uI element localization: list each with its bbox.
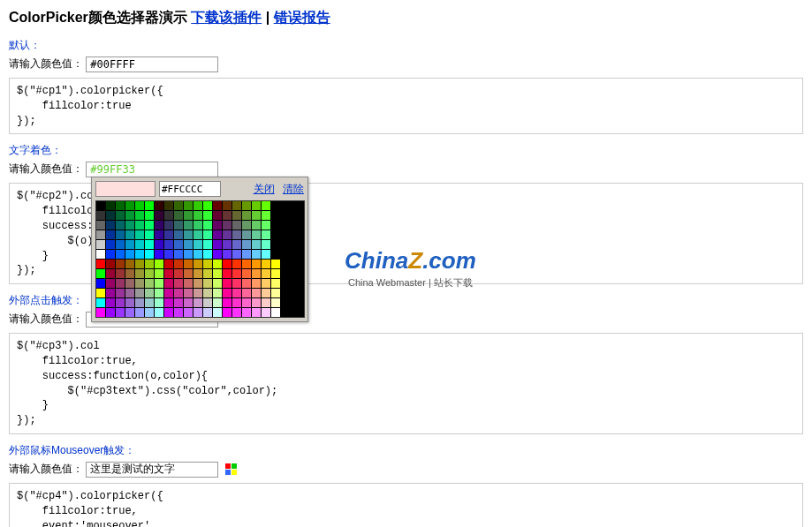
- color-swatch[interactable]: [96, 298, 105, 307]
- color-swatch[interactable]: [145, 221, 154, 230]
- color-swatch[interactable]: [242, 269, 251, 278]
- color-swatch[interactable]: [203, 250, 212, 259]
- color-swatch[interactable]: [125, 211, 134, 220]
- color-swatch[interactable]: [232, 250, 241, 259]
- color-swatch[interactable]: [213, 211, 222, 220]
- color-swatch[interactable]: [223, 279, 231, 288]
- color-swatch[interactable]: [135, 269, 144, 278]
- color-swatch[interactable]: [242, 308, 251, 317]
- color-swatch[interactable]: [116, 308, 125, 317]
- color-swatch[interactable]: [116, 201, 125, 210]
- color-swatch[interactable]: [106, 308, 115, 317]
- color-swatch[interactable]: [271, 269, 280, 278]
- color-swatch[interactable]: [155, 269, 163, 278]
- color-swatch[interactable]: [125, 221, 134, 230]
- color-swatch[interactable]: [252, 201, 261, 210]
- color-swatch[interactable]: [232, 289, 241, 297]
- color-swatch[interactable]: [174, 298, 183, 307]
- color-swatch[interactable]: [223, 240, 231, 249]
- color-swatch[interactable]: [271, 260, 280, 268]
- color-swatch[interactable]: [174, 279, 183, 288]
- color-swatch[interactable]: [223, 250, 231, 259]
- color-swatch[interactable]: [223, 298, 231, 307]
- color-swatch[interactable]: [174, 289, 183, 297]
- color-swatch[interactable]: [194, 250, 202, 259]
- color-swatch[interactable]: [232, 211, 241, 220]
- color-trigger-icon[interactable]: [225, 463, 238, 476]
- color-swatch[interactable]: [155, 279, 163, 288]
- color-swatch[interactable]: [125, 201, 134, 210]
- color-swatch[interactable]: [223, 260, 231, 268]
- download-link[interactable]: 下载该插件: [191, 10, 262, 25]
- color-swatch[interactable]: [252, 211, 261, 220]
- color-swatch[interactable]: [135, 201, 144, 210]
- color-swatch[interactable]: [174, 230, 183, 239]
- color-swatch[interactable]: [164, 221, 173, 230]
- color-swatch[interactable]: [213, 201, 222, 210]
- color-swatch[interactable]: [262, 289, 270, 297]
- color-swatch[interactable]: [184, 289, 193, 297]
- color-swatch[interactable]: [194, 269, 202, 278]
- color-swatch[interactable]: [203, 221, 212, 230]
- color-swatch[interactable]: [125, 240, 134, 249]
- color-swatch[interactable]: [223, 308, 231, 317]
- color-swatch[interactable]: [145, 201, 154, 210]
- color-swatch[interactable]: [155, 250, 163, 259]
- color-swatch[interactable]: [242, 211, 251, 220]
- color-swatch[interactable]: [116, 250, 125, 259]
- color-swatch[interactable]: [194, 260, 202, 268]
- color-swatch[interactable]: [223, 269, 231, 278]
- color-swatch[interactable]: [232, 201, 241, 210]
- color-swatch[interactable]: [262, 221, 270, 230]
- color-swatch[interactable]: [262, 201, 270, 210]
- color-swatch[interactable]: [242, 201, 251, 210]
- color-swatch[interactable]: [252, 230, 261, 239]
- color-swatch[interactable]: [106, 201, 115, 210]
- color-swatch[interactable]: [184, 250, 193, 259]
- color-swatch[interactable]: [116, 230, 125, 239]
- color-swatch[interactable]: [213, 221, 222, 230]
- color-swatch[interactable]: [232, 269, 241, 278]
- color-swatch[interactable]: [223, 201, 231, 210]
- color-swatch[interactable]: [164, 269, 173, 278]
- color-swatch[interactable]: [242, 279, 251, 288]
- color-swatch[interactable]: [125, 269, 134, 278]
- color-swatch[interactable]: [252, 250, 261, 259]
- color-swatch[interactable]: [203, 289, 212, 297]
- color-swatch[interactable]: [262, 308, 270, 317]
- color-swatch[interactable]: [262, 240, 270, 249]
- color-swatch[interactable]: [135, 308, 144, 317]
- color-swatch[interactable]: [232, 279, 241, 288]
- color-swatch[interactable]: [96, 230, 105, 239]
- color-swatch[interactable]: [252, 260, 261, 268]
- color-swatch[interactable]: [262, 269, 270, 278]
- color-swatch[interactable]: [203, 279, 212, 288]
- color-swatch[interactable]: [213, 260, 222, 268]
- color-swatch[interactable]: [174, 211, 183, 220]
- color-swatch[interactable]: [135, 289, 144, 297]
- color-swatch[interactable]: [106, 211, 115, 220]
- color-swatch[interactable]: [135, 211, 144, 220]
- cp2-input[interactable]: [86, 162, 218, 177]
- color-swatch[interactable]: [135, 240, 144, 249]
- picker-hex-input[interactable]: [159, 181, 221, 197]
- color-swatch[interactable]: [135, 230, 144, 239]
- color-swatch[interactable]: [203, 201, 212, 210]
- color-swatch[interactable]: [203, 298, 212, 307]
- color-swatch[interactable]: [194, 240, 202, 249]
- color-swatch[interactable]: [184, 230, 193, 239]
- color-swatch[interactable]: [242, 240, 251, 249]
- color-swatch[interactable]: [96, 211, 105, 220]
- color-swatch[interactable]: [106, 230, 115, 239]
- color-swatch[interactable]: [125, 298, 134, 307]
- color-swatch[interactable]: [135, 279, 144, 288]
- color-swatch[interactable]: [135, 250, 144, 259]
- color-swatch[interactable]: [96, 240, 105, 249]
- color-swatch[interactable]: [116, 221, 125, 230]
- color-swatch[interactable]: [174, 250, 183, 259]
- color-swatch[interactable]: [184, 260, 193, 268]
- color-swatch[interactable]: [203, 260, 212, 268]
- color-swatch[interactable]: [252, 221, 261, 230]
- color-swatch[interactable]: [164, 298, 173, 307]
- color-swatch[interactable]: [106, 240, 115, 249]
